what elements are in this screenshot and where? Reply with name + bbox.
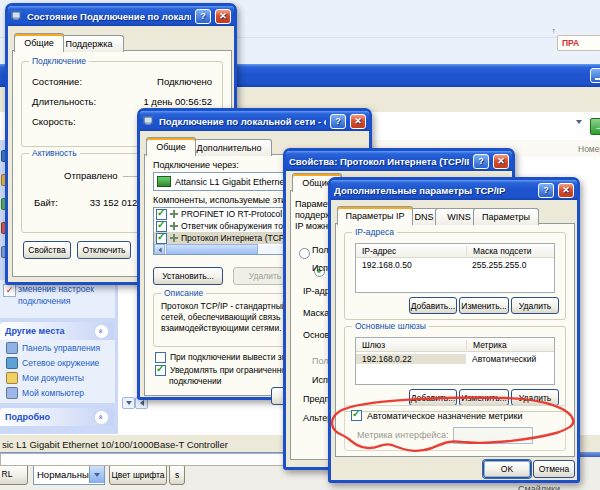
control-panel-icon	[6, 342, 18, 354]
column-mask: Маска подсети	[467, 246, 538, 256]
properties-dialog-titlebar[interactable]: Подключение по локальной сети - свойства…	[140, 111, 369, 131]
group-label: Активность	[29, 148, 80, 158]
ip-add-button[interactable]: Добавить...	[409, 297, 457, 314]
close-button[interactable]: ✕	[350, 114, 366, 129]
task-change-settings[interactable]: ✓ зменение настроек подключения	[0, 280, 115, 318]
component-checkbox[interactable]	[156, 233, 167, 244]
button-label: Изменить...	[461, 393, 506, 403]
forum-input-strip[interactable]	[0, 453, 285, 466]
font-color-button[interactable]: Цвет шрифта	[109, 464, 167, 485]
collapse-chevron-icon[interactable]: »	[94, 410, 109, 425]
collapse-chevron-icon[interactable]: »	[94, 324, 109, 339]
font-color-button-label: Цвет шрифта	[111, 470, 164, 480]
column-metric: Метрика	[467, 340, 513, 350]
gateway-remove-button[interactable]: Удалить	[511, 389, 559, 406]
tcpip-dialog-title: Свойства: Протокол Интернета (TCP/IP)	[289, 156, 469, 167]
help-button[interactable]: ?	[538, 183, 554, 198]
gateway-add-button[interactable]: Добавить...	[409, 389, 457, 406]
notify-checkbox[interactable]	[155, 365, 166, 376]
pane-scroll-down-button[interactable]	[122, 397, 135, 409]
go-button[interactable]: →	[590, 118, 600, 135]
ip-addresses-group: IP-адреса IP-адрес Маска подсети 192.168…	[344, 232, 566, 320]
advanced-dialog-titlebar[interactable]: Дополнительные параметры TCP/IP ? ✕	[331, 180, 577, 200]
sidebar-item-label: Сетевое окружение	[22, 358, 99, 368]
my-computer-icon	[6, 387, 18, 399]
help-button[interactable]: ?	[195, 9, 211, 24]
tab-options[interactable]: Параметры	[473, 208, 539, 225]
metric-value: Автоматический	[466, 354, 542, 364]
close-button[interactable]: ✕	[558, 183, 574, 198]
ok-button[interactable]: OK	[483, 460, 531, 478]
tab-general[interactable]: Общие	[146, 137, 196, 156]
style-select-arrow-icon[interactable]	[89, 466, 104, 483]
tcpip-dialog-titlebar[interactable]: Свойства: Протокол Интернета (TCP/IP) ? …	[286, 151, 512, 171]
button-label: Удалить	[249, 271, 281, 281]
ip-table[interactable]: IP-адрес Маска подсети 192.168.0.50 255.…	[355, 243, 555, 293]
other-places-label: Другие места	[5, 326, 65, 336]
tab-label: Общие	[24, 38, 54, 48]
minimize-button[interactable]	[590, 68, 600, 83]
group-label: Описание	[161, 288, 206, 298]
status-dialog-titlebar[interactable]: Состояние Подключение по локальной сети …	[8, 6, 234, 26]
connection-icon	[144, 117, 155, 126]
chevron-left-icon	[158, 247, 161, 252]
properties-dialog-title: Подключение по локальной сети - свойства	[159, 116, 326, 127]
properties-button[interactable]: Свойства	[23, 241, 71, 259]
tab-advanced[interactable]: Дополнительно	[186, 139, 272, 156]
gateway-table[interactable]: Шлюз Метрика 192.168.0.22 Автоматический	[355, 337, 555, 385]
sidebar-item-network-places[interactable]: Сетевое окружение	[0, 355, 115, 370]
protocol-icon	[170, 222, 178, 230]
ip-table-row[interactable]: 192.168.0.50 255.255.255.0	[356, 258, 554, 271]
install-button[interactable]: Установить...	[153, 267, 223, 285]
advanced-tab-panel: IP-адреса IP-адрес Маска подсети 192.168…	[335, 223, 575, 457]
change-settings-line2[interactable]: подключения	[18, 296, 70, 306]
column-header-number[interactable]: Номер т	[578, 144, 600, 154]
interface-metric-input[interactable]	[453, 427, 533, 444]
sidebar-header-other-places[interactable]: Другие места »	[0, 322, 114, 340]
radio-obtain-ip[interactable]	[299, 248, 310, 259]
scroll-left-button[interactable]	[154, 244, 165, 255]
scroll-thumb[interactable]	[166, 244, 258, 255]
button-label: Установить...	[162, 271, 214, 281]
show-icon-checkbox[interactable]	[155, 352, 166, 363]
sidebar-item-control-panel[interactable]: Панель управления	[0, 340, 115, 355]
network-adapter-icon	[157, 176, 171, 187]
tab-label: DNS	[414, 212, 433, 222]
button-label: Удалить	[519, 393, 551, 403]
change-settings-line1[interactable]: зменение настроек	[18, 284, 94, 294]
close-button[interactable]: ✕	[493, 154, 509, 169]
ip-remove-button[interactable]: Удалить	[511, 297, 559, 314]
sidebar-header-details[interactable]: Подробно »	[0, 408, 114, 426]
change-settings-icon: ✓	[3, 284, 16, 297]
help-button[interactable]: ?	[473, 154, 489, 169]
sidebar-body-other-places: Панель управления Сетевое окружение Мои …	[0, 340, 115, 403]
tab-label: Общие	[156, 142, 186, 152]
gateway-table-header: Шлюз Метрика	[356, 338, 554, 352]
tab-general[interactable]: Общие	[14, 33, 64, 52]
cancel-button[interactable]: Отмена	[533, 460, 575, 478]
sidebar-item-label: Мои документы	[22, 373, 84, 383]
group-label: Подключение	[29, 56, 89, 66]
smilies-label[interactable]: Смайлики	[518, 484, 560, 490]
sidebar-item-my-documents[interactable]: Мои документы	[0, 370, 115, 385]
gateway-table-row[interactable]: 192.168.0.22 Автоматический	[356, 352, 554, 365]
gateway-edit-button[interactable]: Изменить...	[459, 389, 509, 406]
button-label: Отключить	[83, 245, 126, 255]
url-button[interactable]: RL	[0, 463, 28, 485]
edit-badge[interactable]: ПРА	[557, 35, 600, 51]
close-button[interactable]: ✕	[215, 9, 231, 24]
auto-metric-checkbox[interactable]	[351, 410, 362, 421]
group-label: IP-адреса	[352, 227, 397, 237]
disconnect-button[interactable]: Отключить	[77, 241, 131, 259]
mask-value: 255.255.255.0	[466, 260, 532, 270]
s-button[interactable]: s	[169, 464, 185, 485]
sidebar-item-label: Мой компьютер	[22, 388, 84, 398]
auto-metric-label: Автоматическое назначение метрики	[367, 411, 523, 421]
help-button[interactable]: ?	[330, 114, 346, 129]
tab-support[interactable]: Поддержка	[54, 35, 124, 52]
tab-ip-settings[interactable]: Параметры IP	[337, 206, 413, 225]
ip-value: 192.168.0.50	[356, 260, 466, 270]
ip-edit-button[interactable]: Изменить...	[459, 297, 509, 314]
style-select[interactable]: Нормальный	[33, 464, 105, 485]
sidebar-item-my-computer[interactable]: Мой компьютер	[0, 385, 115, 400]
